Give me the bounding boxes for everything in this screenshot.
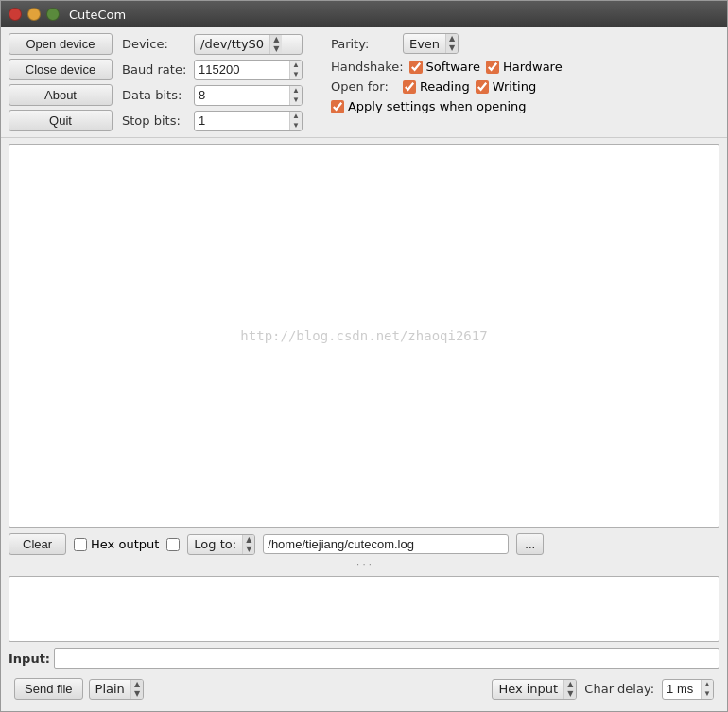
delay-wrapper[interactable]: ▲ ▼ [662, 679, 714, 700]
log-to-select[interactable]: Log to: ▲ ▼ [187, 534, 255, 555]
delay-up[interactable]: ▲ [702, 680, 713, 689]
plain-arrow-down[interactable]: ▼ [131, 689, 143, 699]
clear-button[interactable]: Clear [9, 533, 66, 555]
log-to-arrows[interactable]: ▲ ▼ [242, 535, 254, 554]
stopbits-down[interactable]: ▼ [290, 121, 302, 130]
delay-input[interactable] [663, 680, 701, 698]
apply-settings-text: Apply settings when opening [348, 99, 527, 113]
reading-label: Reading [420, 79, 470, 94]
stopbits-spinner[interactable]: ▲ ▼ [194, 111, 303, 131]
hardware-checkbox[interactable] [486, 61, 499, 74]
log-to-arrow-up[interactable]: ▲ [243, 535, 254, 545]
close-device-button[interactable]: Close device [9, 59, 113, 80]
plain-arrows[interactable]: ▲ ▼ [130, 680, 143, 699]
hex-input-arrows[interactable]: ▲ ▼ [563, 680, 576, 699]
device-arrow-up[interactable]: ▲ [270, 35, 282, 44]
browse-button[interactable]: ... [516, 533, 544, 555]
input-area[interactable] [9, 576, 719, 642]
bottom-left: Send file Plain ▲ ▼ [14, 678, 144, 700]
settings-toolbar: Open device Close device About Quit Devi… [1, 27, 727, 138]
software-checkbox-label[interactable]: Software [409, 60, 480, 74]
parity-arrow-up[interactable]: ▲ [446, 34, 458, 43]
output-area[interactable]: http://blog.csdn.net/zhaoqi2617 [9, 144, 719, 528]
send-file-button[interactable]: Send file [14, 678, 83, 700]
about-button[interactable]: About [9, 84, 113, 106]
device-arrows[interactable]: ▲ ▼ [269, 35, 282, 54]
hardware-checkbox-label[interactable]: Hardware [486, 60, 563, 74]
hex-output-label: Hex output [91, 537, 159, 551]
hex-input-arrow-up[interactable]: ▲ [564, 680, 576, 689]
databits-spinner[interactable]: ▲ ▼ [194, 85, 303, 106]
content-area: http://blog.csdn.net/zhaoqi2617 Clear He… [1, 138, 727, 711]
stopbits-up[interactable]: ▲ [290, 112, 302, 121]
databits-arrows: ▲ ▼ [289, 86, 302, 105]
hex-input-label: Hex input [493, 680, 563, 698]
log-to-arrow-down[interactable]: ▼ [243, 545, 254, 554]
plain-arrow-up[interactable]: ▲ [131, 680, 143, 689]
window-title: CuteCom [69, 8, 126, 22]
open-for-label: Open for: [331, 79, 397, 94]
parity-arrow-down[interactable]: ▼ [446, 43, 458, 53]
watermark-text: http://blog.csdn.net/zhaoqi2617 [240, 328, 487, 343]
baud-input[interactable] [195, 61, 289, 78]
quit-button[interactable]: Quit [9, 110, 113, 131]
log-path-input[interactable] [263, 534, 509, 554]
input-field[interactable] [54, 648, 719, 669]
baud-arrows: ▲ ▼ [289, 61, 302, 79]
stopbits-input[interactable] [195, 112, 289, 130]
baud-down[interactable]: ▼ [290, 70, 302, 79]
handshake-row: Handshake: Software Hardware [331, 60, 563, 74]
char-delay-label: Char delay: [584, 682, 654, 696]
writing-checkbox[interactable] [476, 80, 489, 94]
databits-input[interactable] [195, 86, 289, 104]
bottom-controls: Clear Hex output Log to: ▲ ▼ ... [9, 533, 719, 555]
apply-settings-label[interactable]: Apply settings when opening [331, 99, 527, 113]
software-checkbox[interactable] [409, 61, 423, 74]
reading-checkbox[interactable] [403, 80, 416, 94]
hardware-label: Hardware [503, 60, 563, 74]
baud-up[interactable]: ▲ [290, 61, 302, 70]
databits-up[interactable]: ▲ [290, 86, 302, 96]
stopbits-label: Stop bits: [122, 113, 188, 128]
bottom-bar: Send file Plain ▲ ▼ Hex input ▲ ▼ [9, 674, 719, 705]
minimize-button[interactable] [27, 8, 41, 21]
plain-value: Plain [90, 680, 130, 698]
reading-checkbox-label[interactable]: Reading [403, 79, 470, 94]
log-to-label: Log to: [188, 535, 242, 553]
log-enable-checkbox-label[interactable] [166, 538, 180, 551]
log-enable-checkbox[interactable] [166, 538, 180, 551]
device-label: Device: [122, 37, 188, 51]
databits-down[interactable]: ▼ [290, 96, 302, 105]
apply-settings-checkbox[interactable] [331, 100, 344, 113]
right-settings: Parity: Even ▲ ▼ Handshake: Software [331, 33, 563, 131]
handshake-label: Handshake: [331, 60, 404, 74]
parity-arrows[interactable]: ▲ ▼ [445, 34, 458, 53]
stopbits-arrows: ▲ ▼ [289, 112, 302, 130]
databits-label: Data bits: [122, 88, 188, 102]
bottom-right: Hex input ▲ ▼ Char delay: ▲ ▼ [492, 679, 714, 700]
hex-input-arrow-down[interactable]: ▼ [564, 689, 576, 699]
open-device-button[interactable]: Open device [9, 33, 113, 55]
apply-settings-row: Apply settings when opening [331, 99, 563, 113]
device-select-wrapper[interactable]: /dev/ttyS0 ▲ ▼ [194, 34, 303, 55]
baud-spinner[interactable]: ▲ ▼ [194, 60, 303, 80]
parity-select-wrapper[interactable]: Even ▲ ▼ [403, 33, 459, 54]
parity-row: Parity: Even ▲ ▼ [331, 33, 563, 54]
plain-select-wrapper[interactable]: Plain ▲ ▼ [89, 679, 144, 700]
parity-value: Even [404, 35, 445, 53]
resize-handle[interactable]: · · · [9, 561, 719, 570]
main-window: CuteCom Open device Close device About Q… [0, 0, 728, 712]
software-label: Software [426, 60, 480, 74]
delay-down[interactable]: ▼ [702, 689, 713, 699]
parity-label: Parity: [331, 37, 397, 51]
device-arrow-down[interactable]: ▼ [270, 44, 282, 54]
writing-checkbox-label[interactable]: Writing [476, 79, 536, 94]
hex-output-checkbox[interactable] [74, 538, 87, 551]
delay-arrows: ▲ ▼ [701, 680, 713, 699]
device-settings: Device: /dev/ttyS0 ▲ ▼ Baud rate: ▲ ▼ [122, 33, 303, 131]
hex-input-select[interactable]: Hex input ▲ ▼ [492, 679, 577, 700]
maximize-button[interactable] [46, 8, 60, 21]
hex-output-checkbox-label[interactable]: Hex output [74, 537, 159, 551]
close-button[interactable] [9, 8, 22, 21]
open-for-row: Open for: Reading Writing [331, 79, 563, 94]
